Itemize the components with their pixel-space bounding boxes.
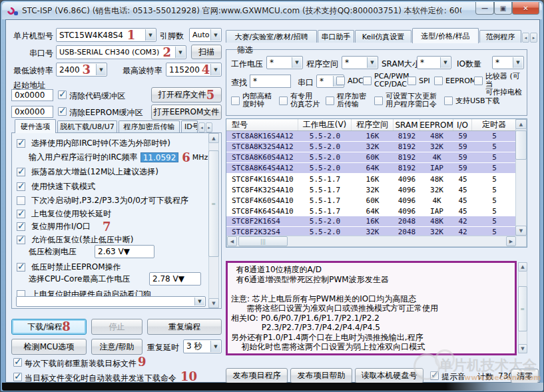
pin-count-combobox[interactable]: Auto ▼ — [189, 28, 222, 42]
option-checkbox[interactable] — [17, 168, 25, 176]
title-bar[interactable]: STC-ISP (V6.86C) (销售电话: 0513-55012928) 官… — [2, 2, 542, 19]
table-row[interactable]: STC8F4K60S4A105.5-1.760K40964K455 — [226, 195, 517, 206]
start-addr-input-1[interactable]: 0x0000 — [11, 89, 53, 101]
find-input[interactable]: * — [250, 75, 291, 88]
tab-scroll-left-icon[interactable]: ◂ — [522, 33, 529, 43]
option-checkbox[interactable] — [17, 139, 25, 148]
tab-scroll-left-icon[interactable]: ◂ — [198, 122, 205, 132]
filter-checkbox[interactable] — [374, 97, 383, 105]
max-baud-combobox[interactable]: 115200 4 ▼ — [166, 63, 222, 77]
open-eeprom-button[interactable]: 打开EEPROM文件 — [151, 104, 222, 120]
table-row[interactable]: STC8F2K32S45.5-2.032K204832K425 — [226, 227, 517, 236]
filter-checkbox[interactable] — [326, 97, 334, 105]
right-tab-3[interactable]: Keil仿真设置 — [355, 30, 411, 43]
left-tab-3[interactable]: 程序加密后传输 — [119, 120, 180, 132]
chevron-down-icon[interactable]: ▼ — [145, 29, 155, 41]
tab-scroll-right-icon[interactable]: ▸ — [206, 122, 212, 132]
options-scrollbar-thumb[interactable]: ≡ — [208, 150, 219, 257]
reprogram-button[interactable]: 重复编程 — [147, 319, 222, 335]
minimize-button[interactable]: — — [475, 2, 494, 15]
filter-checkbox[interactable] — [408, 77, 416, 85]
option-checkbox[interactable] — [17, 210, 25, 218]
left-tab-1[interactable]: 硬件选项 — [15, 119, 56, 133]
filter-combobox-4[interactable]: *▼ — [492, 56, 524, 69]
right-tab-5[interactable]: 范例程序 — [479, 30, 521, 43]
table-header-cell[interactable]: 程序空间 — [352, 119, 394, 130]
scroll-down-icon[interactable]: ▼ — [515, 226, 527, 236]
filter-combobox-2[interactable]: *▼ — [342, 56, 378, 69]
option-checkbox[interactable] — [17, 222, 25, 231]
option-checkbox[interactable] — [17, 182, 25, 191]
table-row[interactable]: STC8F4K64S4A105.5-1.764K4096IAP455 — [226, 206, 517, 216]
chevron-down-icon[interactable]: ▼ — [513, 57, 523, 68]
repeat-delay-combobox[interactable]: 3 秒 ▼ — [183, 339, 222, 353]
help-button[interactable]: 注意/帮助 — [91, 339, 142, 355]
chevron-down-icon[interactable]: ▼ — [440, 57, 450, 68]
chevron-down-icon[interactable]: ▼ — [124, 247, 130, 256]
close-button[interactable]: ✕ — [512, 2, 539, 15]
scroll-down-icon[interactable]: ▼ — [518, 344, 527, 353]
table-header-cell[interactable]: 定时器 — [472, 119, 517, 130]
start-addr-input-2[interactable]: 0x0000 — [11, 106, 53, 118]
filter-checkbox[interactable] — [231, 97, 240, 105]
info-vscrollbar-thumb[interactable]: ≡ — [518, 286, 527, 331]
left-tab-4[interactable]: ID号 — [181, 120, 198, 132]
beep-checkbox[interactable] — [430, 371, 439, 380]
min-baud-combobox[interactable]: 2400 3 ▼ — [56, 63, 107, 77]
scroll-left-icon[interactable]: ◀ — [227, 236, 237, 246]
chevron-down-icon[interactable]: ▼ — [178, 274, 184, 284]
scan-button[interactable]: 扫描 — [191, 45, 222, 59]
table-header-cell[interactable]: 工作电压(V) — [298, 119, 352, 130]
footer-checkbox-1[interactable] — [13, 358, 22, 367]
download-button[interactable]: 下载/编程 8 — [11, 319, 87, 335]
footer-checkbox-2[interactable] — [13, 373, 22, 381]
chevron-down-icon[interactable]: ▼ — [210, 341, 220, 352]
chevron-down-icon[interactable]: ▼ — [210, 29, 220, 41]
clear-eeprom-checkbox[interactable] — [58, 107, 67, 116]
stop-button[interactable]: 停止 — [91, 319, 142, 335]
irc-freq-input[interactable]: 11.0592 — [140, 152, 179, 162]
table-row[interactable]: STC8F4K16S4A105.5-1.716K409648K455 — [226, 174, 517, 184]
filter-checkbox[interactable] — [279, 97, 288, 105]
table-row[interactable]: STC8F2K16S45.5-2.016K204848K425 — [226, 216, 517, 227]
tab-scroll-right-icon[interactable]: ▸ — [530, 33, 537, 43]
filter-checkbox[interactable] — [363, 77, 372, 85]
scroll-down-icon[interactable]: ▼ — [208, 298, 219, 308]
table-row[interactable]: STC8F4K32S4A105.5-1.732K409632K455 — [226, 184, 517, 195]
table-row[interactable]: STC8A8K32S4A125.5-2.032K819232K595 — [226, 142, 517, 152]
publish-program-button[interactable]: 发布项目程序 — [226, 368, 288, 383]
left-tab-2[interactable]: 脱机下载/U8/U7 — [57, 120, 117, 132]
filter-checkbox[interactable] — [336, 77, 345, 85]
table-row[interactable]: STC8A8K60S4A125.5-2.060K81924K595 — [226, 152, 517, 163]
right-tab-4[interactable]: 选型/价格/样品 — [412, 28, 479, 43]
chevron-down-icon[interactable]: ▼ — [175, 47, 185, 58]
chevron-down-icon[interactable]: ▼ — [367, 57, 377, 68]
filter-checkbox[interactable] — [444, 97, 453, 105]
table-header-cell[interactable]: 型号 — [226, 119, 298, 130]
table-header-cell[interactable]: SRAM — [394, 119, 420, 130]
filter-checkbox[interactable] — [434, 77, 443, 85]
clear-code-checkbox[interactable] — [58, 91, 67, 99]
table-header-cell[interactable]: I/O — [453, 119, 472, 130]
publish-help-button[interactable]: 发布项目帮助 — [290, 368, 352, 383]
read-disk-button[interactable]: 读取本机硬盘号 — [355, 368, 423, 383]
chevron-down-icon[interactable]: ▼ — [194, 297, 204, 305]
chevron-down-icon[interactable]: ▼ — [292, 57, 302, 68]
scroll-up-icon[interactable]: ▲ — [208, 133, 219, 143]
right-tab-1[interactable]: 大赛/实验室/教材/招聘 — [226, 30, 317, 43]
open-program-button[interactable]: 打开程序文件 5 — [151, 87, 222, 102]
scroll-up-icon[interactable]: ▲ — [515, 119, 527, 129]
filter-combobox-3[interactable]: *▼ — [417, 56, 451, 69]
table-hscrollbar-thumb[interactable]: ||| — [238, 236, 288, 246]
scroll-right-icon[interactable]: ▶ — [506, 236, 516, 246]
check-mcu-button[interactable]: 检测MCU选项 — [11, 339, 87, 355]
option-checkbox[interactable] — [17, 196, 25, 205]
voltage-combobox[interactable]: 2.78 V▼ — [149, 272, 201, 286]
scroll-up-icon[interactable]: ▲ — [518, 262, 527, 272]
table-row[interactable]: STC8A8K64S4A125.5-2.064K8192IAP595 — [226, 163, 517, 174]
watchdog-scale-combobox[interactable]: ▼ — [16, 296, 206, 307]
chevron-down-icon[interactable]: ▼ — [96, 64, 106, 75]
filter-combobox-1[interactable]: *▼ — [266, 56, 303, 69]
serial-port-combobox[interactable]: USB-SERIAL CH340 (COM3) 2 ▼ — [56, 45, 186, 59]
table-vscrollbar-thumb[interactable] — [515, 130, 527, 160]
